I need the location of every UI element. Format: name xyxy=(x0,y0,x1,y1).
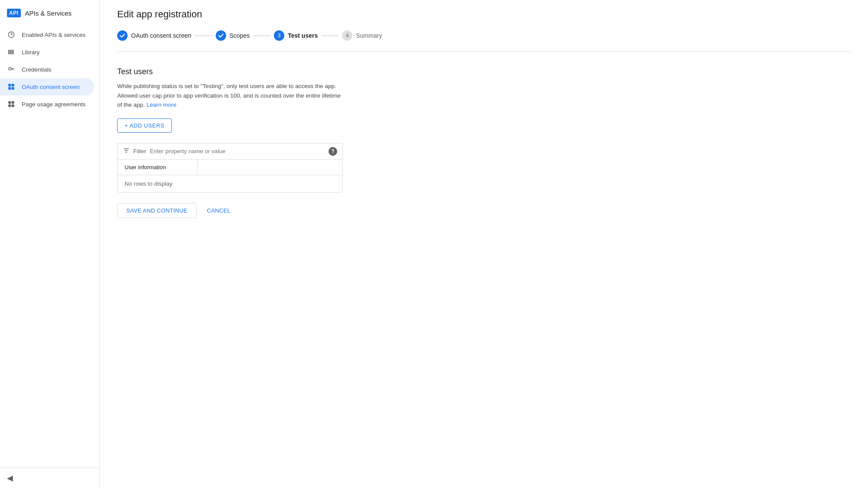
sidebar-item-credentials[interactable]: Credentials xyxy=(0,61,94,78)
svg-rect-3 xyxy=(12,50,13,55)
step-circle-1 xyxy=(117,30,128,41)
svg-rect-5 xyxy=(8,84,11,86)
svg-rect-1 xyxy=(8,50,10,55)
sidebar-title: APIs & Services xyxy=(25,10,72,17)
sidebar-collapse-button[interactable]: ◀ xyxy=(0,468,99,488)
section-title: Test users xyxy=(117,67,851,76)
sidebar-item-page-usage[interactable]: Page usage agreements xyxy=(0,95,94,113)
add-users-button[interactable]: + ADD USERS xyxy=(117,118,172,133)
sidebar-header: API APIs & Services xyxy=(0,5,99,24)
save-continue-button[interactable]: SAVE AND CONTINUE xyxy=(117,203,197,218)
step-circle-2 xyxy=(216,30,226,41)
library-icon xyxy=(7,48,16,56)
step-circle-3: 3 xyxy=(274,30,284,41)
step-divider-2 xyxy=(253,36,270,36)
collapse-icon: ◀ xyxy=(7,473,13,483)
svg-rect-7 xyxy=(8,87,11,90)
table-header: User information xyxy=(118,160,342,175)
svg-rect-8 xyxy=(12,87,14,90)
main-content: Edit app registration OAuth consent scre… xyxy=(100,0,868,488)
oauth-icon xyxy=(7,82,16,91)
table-empty-message: No rows to display xyxy=(118,175,342,192)
section-description: While publishing status is set to "Testi… xyxy=(117,82,343,110)
credentials-icon xyxy=(7,65,16,74)
api-logo: API xyxy=(7,9,21,17)
filter-input[interactable] xyxy=(150,148,325,154)
column-action xyxy=(197,160,342,175)
svg-rect-12 xyxy=(12,105,14,107)
sidebar-item-enabled-apis[interactable]: Enabled APIs & services xyxy=(0,26,94,43)
page-title: Edit app registration xyxy=(117,9,851,20)
step-divider-3 xyxy=(321,36,339,36)
step-label-1: OAuth consent screen xyxy=(131,32,191,39)
step-circle-4: 4 xyxy=(342,30,352,41)
sidebar-item-library[interactable]: Library xyxy=(0,43,94,61)
sidebar-item-oauth-consent[interactable]: OAuth consent screen xyxy=(0,78,94,95)
step-label-4: Summary xyxy=(356,32,382,39)
step-summary: 4 Summary xyxy=(342,30,382,41)
filter-bar: Filter ? xyxy=(117,143,343,159)
sidebar-nav: Enabled APIs & services Library Crede xyxy=(0,24,99,468)
users-table: User information No rows to display xyxy=(117,159,343,193)
stepper: OAuth consent screen Scopes 3 Test users… xyxy=(117,30,851,52)
column-user-info: User information xyxy=(118,160,197,175)
step-oauth-consent: OAuth consent screen xyxy=(117,30,191,41)
svg-rect-11 xyxy=(8,105,11,107)
sidebar: API APIs & Services Enabled APIs & servi… xyxy=(0,0,100,488)
svg-rect-6 xyxy=(12,84,14,86)
svg-rect-9 xyxy=(8,101,11,104)
page-usage-icon xyxy=(7,100,16,108)
cancel-button[interactable]: CANCEL xyxy=(200,203,238,218)
sidebar-item-label-page-usage: Page usage agreements xyxy=(22,101,85,108)
filter-icon xyxy=(123,147,130,156)
help-icon[interactable]: ? xyxy=(329,147,337,156)
sidebar-item-label-credentials: Credentials xyxy=(22,66,51,73)
learn-more-link[interactable]: Learn more xyxy=(147,102,177,108)
sidebar-item-label-enabled-apis: Enabled APIs & services xyxy=(22,32,85,38)
action-buttons: SAVE AND CONTINUE CANCEL xyxy=(117,203,343,218)
step-label-3: Test users xyxy=(288,32,318,39)
sidebar-item-label-oauth: OAuth consent screen xyxy=(22,84,80,90)
step-label-2: Scopes xyxy=(230,32,250,39)
svg-rect-2 xyxy=(10,50,12,55)
grid-icon xyxy=(7,30,16,39)
filter-label: Filter xyxy=(133,148,146,154)
step-scopes: Scopes xyxy=(216,30,250,41)
step-test-users: 3 Test users xyxy=(274,30,318,41)
step-divider-1 xyxy=(195,36,212,36)
sidebar-item-label-library: Library xyxy=(22,49,39,56)
svg-point-4 xyxy=(9,68,11,70)
svg-rect-10 xyxy=(12,101,14,104)
